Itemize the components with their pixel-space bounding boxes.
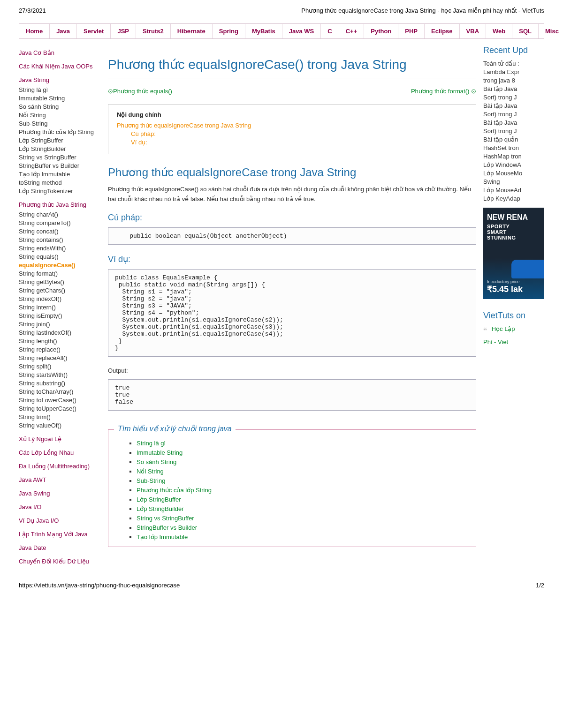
sidebar-section-title[interactable]: Java Cơ Bản [19,49,101,56]
sidebar-item[interactable]: String getChars() [19,287,101,294]
sidebar-item[interactable]: String contains() [19,236,101,243]
sidebar-item[interactable]: String format() [19,270,101,277]
sidebar-item[interactable]: String lastIndexOf() [19,329,101,336]
sidebar-section-title[interactable]: Xử Lý Ngoại Lệ [19,435,101,443]
sidebar-item[interactable]: String indexOf() [19,295,101,302]
sidebar-item[interactable]: String join() [19,321,101,328]
sidebar-item[interactable]: Lớp StringBuffer [19,137,101,144]
recent-item[interactable]: Bài tập Java [483,119,544,126]
sidebar-item[interactable]: String toCharArray() [19,388,101,395]
recent-item[interactable]: Bài tập Java [483,102,544,109]
recent-item[interactable]: trong java 8 [483,77,544,84]
sidebar-item[interactable]: Sub-String [19,120,101,127]
related-link[interactable]: Lớp StringBuilder [137,505,184,512]
related-link[interactable]: Phương thức của lớp String [137,487,212,494]
sidebar-item[interactable]: String length() [19,338,101,345]
related-link[interactable]: Nối String [137,468,164,475]
sidebar-section-title[interactable]: Các Lớp Lồng Nhau [19,449,101,456]
sidebar-item[interactable]: Immutable String [19,95,101,102]
recent-item[interactable]: Bài tập Java [483,85,544,92]
sidebar-item[interactable]: String toUpperCase() [19,405,101,412]
toc-link-3[interactable]: Ví dụ: [131,139,467,146]
sidebar-item[interactable]: String endsWith() [19,245,101,252]
sidebar-section-title[interactable]: Lập Trình Mạng Với Java [19,531,101,538]
related-link[interactable]: String là gì [137,440,166,447]
sidebar-item[interactable]: toString method [19,179,101,186]
sidebar-item[interactable]: Nối String [19,112,101,119]
sidebar-item[interactable]: String toLowerCase() [19,397,101,404]
related-link[interactable]: StringBuffer vs Builder [137,524,197,531]
sidebar-item[interactable]: String replaceAll() [19,354,101,361]
recent-item[interactable]: Sort) trong J [483,128,544,135]
nav-jsp[interactable]: JSP [110,24,136,38]
related-link[interactable]: Lớp StringBuffer [137,496,181,503]
recent-item[interactable]: Lớp KeyAdap [483,195,544,202]
nav-hibernate[interactable]: Hibernate [170,24,212,38]
recent-item[interactable]: HashSet tron [483,144,544,151]
sidebar-section-title[interactable]: Java I/O [19,503,101,510]
nav-python[interactable]: Python [364,24,398,38]
prev-link[interactable]: ⊙Phương thức equals() [108,88,172,95]
sidebar-item[interactable]: String equals() [19,253,101,260]
sidebar-section-title[interactable]: Java Date [19,544,101,551]
nav-spring[interactable]: Spring [212,24,245,38]
nav-servlet[interactable]: Servlet [76,24,110,38]
sidebar-item[interactable]: String substring() [19,380,101,387]
nav-struts2[interactable]: Struts2 [136,24,170,38]
nav-php[interactable]: PHP [398,24,424,38]
nav-java-ws[interactable]: Java WS [282,24,320,38]
sidebar-item[interactable]: String valueOf() [19,422,101,429]
nav-sql[interactable]: SQL [512,24,538,38]
recent-item[interactable]: Toán tử dấu : [483,60,544,67]
sidebar-item[interactable]: So sánh String [19,103,101,110]
sidebar-section-title[interactable]: Java AWT [19,476,101,483]
sidebar-item[interactable]: String concat() [19,228,101,235]
nav-home[interactable]: Home [19,24,49,38]
ad-banner[interactable]: NEW RENA SPORTYSMARTSTUNNING Introductor… [483,208,544,299]
sidebar-item[interactable]: Lớp StringBuilder [19,145,101,152]
recent-item[interactable]: Sort) trong J [483,111,544,118]
nav-web[interactable]: Web [486,24,512,38]
sidebar-item[interactable]: String getBytes() [19,278,101,285]
recent-item[interactable]: HashMap tron [483,153,544,160]
nav-mybatis[interactable]: MyBatis [245,24,282,38]
next-link[interactable]: Phương thức format() ⊙ [411,88,476,95]
nav-c[interactable]: C [320,24,338,38]
sidebar-section-title[interactable]: Các Khái Niệm Java OOPs [19,63,101,70]
related-link[interactable]: Sub-String [137,477,165,484]
sidebar-item[interactable]: String intern() [19,304,101,311]
sidebar-section-title[interactable]: Ví Dụ Java I/O [19,517,101,524]
nav-eclipse[interactable]: Eclipse [424,24,459,38]
related-link[interactable]: Tạo lớp Immutable [137,533,188,540]
sidebar-section-title[interactable]: Chuyển Đổi Kiểu Dữ Liệu [19,558,101,565]
sidebar-item[interactable]: String replace() [19,346,101,353]
related-link[interactable]: So sánh String [137,458,176,465]
sidebar-item[interactable]: StringBuffer vs Builder [19,162,101,169]
recent-item[interactable]: Lớp MouseAd [483,187,544,194]
sidebar-item[interactable]: String isEmpty() [19,312,101,319]
sidebar-item[interactable]: String charAt() [19,211,101,218]
nav-java[interactable]: Java [49,24,76,38]
recent-item[interactable]: Sort) trong J [483,94,544,101]
sidebar-section-title[interactable]: Phương thức Java String [19,201,101,208]
sidebar-item[interactable]: equalsIgnoreCase() [19,262,101,269]
nav-c-[interactable]: C++ [339,24,364,38]
recent-item[interactable]: Lambda Expr [483,68,544,75]
sidebar-item[interactable]: String split() [19,363,101,370]
recent-item[interactable]: Lớp WindowA [483,161,544,168]
sidebar-item[interactable]: String là gì [19,86,101,93]
related-link[interactable]: String vs StringBuffer [137,515,194,522]
sidebar-section-title[interactable]: Đa Luồng (Multithreading) [19,463,101,470]
nav-misc[interactable]: Misc [538,24,563,38]
sidebar-item[interactable]: String startsWith() [19,371,101,378]
sidebar-section-title[interactable]: Java Swing [19,490,101,497]
toc-link-1[interactable]: Phương thức equalsIgnoreCase trong Java … [117,122,467,129]
toc-link-2[interactable]: Cú pháp: [131,130,467,137]
facebook-link[interactable]: Học LậpPhí - Viet [483,325,515,345]
recent-item[interactable]: Lớp MouseMo [483,170,544,177]
recent-item[interactable]: Bài tập quản [483,136,544,143]
related-link[interactable]: Immutable String [137,449,183,456]
sidebar-item[interactable]: Lớp StringTokenizer [19,188,101,195]
recent-item[interactable]: Swing [483,178,544,185]
sidebar-section-title[interactable]: Java String [19,76,101,83]
